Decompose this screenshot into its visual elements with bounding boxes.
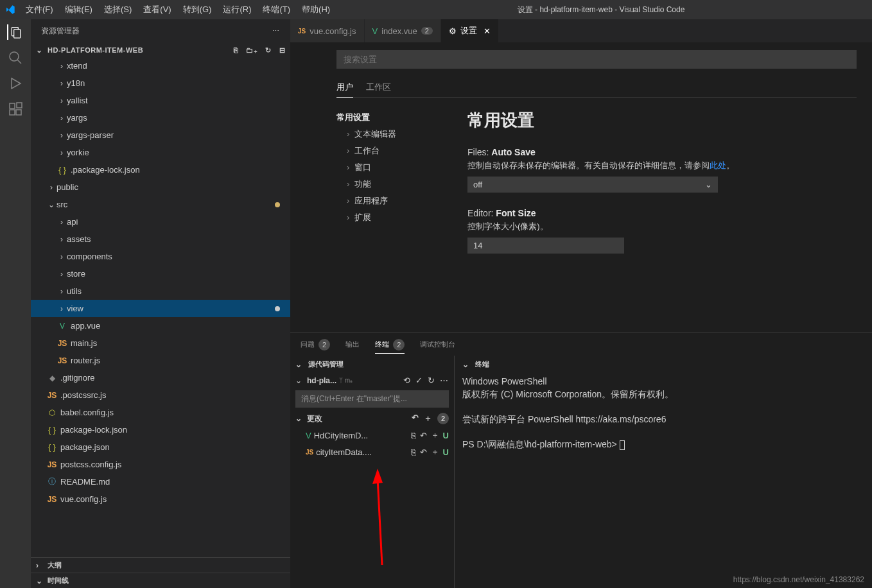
menu-help[interactable]: 帮助(H) xyxy=(297,1,335,18)
file-babel[interactable]: ⬡babel.config.js xyxy=(31,404,290,421)
file-package-lock[interactable]: { }.package-lock.json xyxy=(31,161,290,178)
file-gitignore[interactable]: ◆.gitignore xyxy=(31,369,290,386)
folder-assets[interactable]: ›assets xyxy=(31,230,290,248)
folder-public[interactable]: ›public xyxy=(31,178,290,196)
file-router-js[interactable]: JSrouter.js xyxy=(31,352,290,369)
search-icon[interactable] xyxy=(8,50,23,65)
explorer-icon[interactable] xyxy=(7,24,22,40)
file-pkg-lock[interactable]: { }package-lock.json xyxy=(31,421,290,438)
stage-icon[interactable]: ＋ xyxy=(431,429,439,441)
sync-icon[interactable]: ⟲ xyxy=(403,376,410,385)
nav-ext[interactable]: 扩展 xyxy=(336,209,452,226)
nav-common[interactable]: 常用设置 xyxy=(336,109,452,126)
folder-utils[interactable]: ›utils xyxy=(31,282,290,300)
svg-line-3 xyxy=(17,60,21,64)
svg-rect-6 xyxy=(10,110,15,115)
svg-rect-5 xyxy=(10,103,15,108)
fontsize-input[interactable] xyxy=(467,238,624,254)
folder-store[interactable]: ›store xyxy=(31,265,290,282)
autosave-select[interactable]: off⌄ xyxy=(467,177,718,193)
nav-features[interactable]: 功能 xyxy=(336,176,452,193)
close-icon[interactable]: ✕ xyxy=(484,26,491,36)
scm-repo[interactable]: ⌄hd-pla... ᛘ mₐ ⟲ ✓ ↻ ⋯ xyxy=(290,373,454,388)
menu-selection[interactable]: 选择(S) xyxy=(99,1,137,18)
project-header[interactable]: ⌄ HD-PLATFORM-ITEM-WEB ⎘ 🗀₊ ↻ ⊟ xyxy=(31,43,290,57)
refresh-icon[interactable]: ↻ xyxy=(265,46,272,55)
menu-run[interactable]: 运行(R) xyxy=(218,1,256,18)
terminal-header[interactable]: ⌄终端 xyxy=(455,356,872,373)
folder-xtend[interactable]: ›xtend xyxy=(31,57,290,74)
scm-changes-header[interactable]: ⌄更改 ↶＋2 xyxy=(290,410,454,427)
folder-components[interactable]: ›components xyxy=(31,248,290,265)
scm-header[interactable]: ⌄源代码管理 xyxy=(290,356,454,373)
folder-view[interactable]: ›view xyxy=(31,300,290,317)
folder-src[interactable]: ⌄src xyxy=(31,196,290,213)
file-tree: ›xtend ›y18n ›yallist ›yargs ›yargs-pars… xyxy=(31,57,290,557)
nav-text-editor[interactable]: 文本编辑器 xyxy=(336,126,452,143)
menu-terminal[interactable]: 终端(T) xyxy=(257,1,295,18)
discard-icon[interactable]: ↶ xyxy=(420,447,427,457)
svg-rect-7 xyxy=(16,110,21,115)
terminal-panel: ⌄终端 Windows PowerShell 版权所有 (C) Microsof… xyxy=(455,356,872,588)
scm-message-input[interactable]: 消息(Ctrl+Enter 在"master"提... xyxy=(295,390,449,408)
terminal-content[interactable]: Windows PowerShell 版权所有 (C) Microsoft Co… xyxy=(455,373,872,588)
folder-yorkie[interactable]: ›yorkie xyxy=(31,144,290,161)
more-icon[interactable]: ⋯ xyxy=(440,376,449,385)
chevron-down-icon: ⌄ xyxy=(705,180,712,189)
file-postcssrc[interactable]: JS.postcssrc.js xyxy=(31,386,290,404)
new-folder-icon[interactable]: 🗀₊ xyxy=(246,46,257,55)
open-file-icon[interactable]: ⎘ xyxy=(411,447,416,457)
outline-section[interactable]: ›大纲 xyxy=(31,557,290,573)
menu-go[interactable]: 转到(G) xyxy=(178,1,217,18)
file-main-js[interactable]: JSmain.js xyxy=(31,334,290,352)
new-file-icon[interactable]: ⎘ xyxy=(234,46,239,55)
stage-icon[interactable]: ＋ xyxy=(424,413,432,424)
panel-tab-terminal[interactable]: 终端2 xyxy=(375,339,405,354)
file-vueconfig[interactable]: JSvue.config.js xyxy=(31,490,290,508)
scm-file-2[interactable]: JScityItemData.... ⎘↶＋U xyxy=(290,444,454,460)
file-postcss[interactable]: JSpostcss.config.js xyxy=(31,456,290,473)
stage-icon[interactable]: ＋ xyxy=(431,446,439,458)
tab-workspace[interactable]: 工作区 xyxy=(366,78,391,97)
menu-file[interactable]: 文件(F) xyxy=(21,1,58,18)
collapse-icon[interactable]: ⊟ xyxy=(279,46,286,55)
menu-edit[interactable]: 编辑(E) xyxy=(60,1,98,18)
open-file-icon[interactable]: ⎘ xyxy=(411,431,416,440)
panel-tab-output[interactable]: 输出 xyxy=(345,340,360,349)
file-app-vue[interactable]: Vapp.vue xyxy=(31,317,290,334)
folder-api[interactable]: ›api xyxy=(31,213,290,230)
timeline-section[interactable]: ⌄时间线 xyxy=(31,573,290,588)
settings-scope-tabs: 用户 工作区 xyxy=(336,78,857,98)
autosave-link[interactable]: 此处 xyxy=(710,160,726,170)
tab-user[interactable]: 用户 xyxy=(336,78,353,98)
folder-yargs[interactable]: ›yargs xyxy=(31,109,290,126)
folder-yallist[interactable]: ›yallist xyxy=(31,92,290,109)
tab-index-vue[interactable]: Vindex.vue2 xyxy=(365,19,441,42)
discard-icon[interactable]: ↶ xyxy=(420,431,427,440)
settings-detail: 常用设置 Files: Auto Save 控制自动保存未保存的编辑器。有关自动… xyxy=(467,109,857,269)
file-readme[interactable]: ⓘREADME.md xyxy=(31,473,290,490)
refresh-icon[interactable]: ↻ xyxy=(428,376,435,385)
nav-app[interactable]: 应用程序 xyxy=(336,193,452,209)
run-icon[interactable] xyxy=(8,76,23,91)
scm-file-1[interactable]: VHdCityItemD... ⎘↶＋U xyxy=(290,427,454,444)
sidebar: 资源管理器 ⋯ ⌄ HD-PLATFORM-ITEM-WEB ⎘ 🗀₊ ↻ ⊟ … xyxy=(31,19,290,588)
sidebar-more-icon[interactable]: ⋯ xyxy=(272,27,280,35)
tab-vueconfig[interactable]: JSvue.config.js xyxy=(290,19,365,42)
panel-tab-debug[interactable]: 调试控制台 xyxy=(420,340,455,349)
discard-icon[interactable]: ↶ xyxy=(412,413,419,424)
folder-yargs-parser[interactable]: ›yargs-parser xyxy=(31,126,290,144)
tab-settings[interactable]: ⚙设置✕ xyxy=(441,19,499,42)
svg-point-2 xyxy=(10,52,19,61)
folder-y18n[interactable]: ›y18n xyxy=(31,74,290,92)
nav-window[interactable]: 窗口 xyxy=(336,159,452,176)
menu-view[interactable]: 查看(V) xyxy=(138,1,176,18)
sidebar-header: 资源管理器 ⋯ xyxy=(31,19,290,43)
commit-icon[interactable]: ✓ xyxy=(415,376,423,385)
file-pkg[interactable]: { }package.json xyxy=(31,438,290,456)
extensions-icon[interactable] xyxy=(8,101,23,117)
scm-panel: ⌄源代码管理 ⌄hd-pla... ᛘ mₐ ⟲ ✓ ↻ ⋯ 消息(Ctrl+E… xyxy=(290,356,455,588)
nav-workbench[interactable]: 工作台 xyxy=(336,143,452,159)
panel-tab-problems[interactable]: 问题2 xyxy=(301,339,330,350)
settings-search-input[interactable] xyxy=(336,50,857,69)
